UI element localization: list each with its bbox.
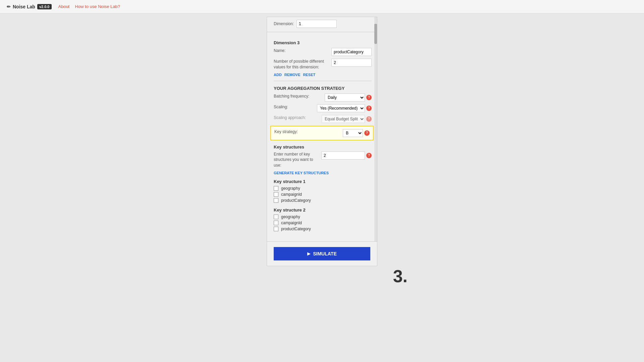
simulate-section: ▶ SIMULATE	[267, 241, 377, 266]
dimension-top-partial: Dimension:	[267, 17, 377, 32]
remove-link[interactable]: REMOVE	[284, 73, 301, 77]
scaling-label: Scaling:	[274, 104, 314, 110]
generate-key-structures-link[interactable]: GENERATE KEY STRUCTURES	[274, 171, 372, 175]
ks1-productcategory-row: productCategory	[274, 198, 372, 203]
step-number: 3.	[393, 266, 408, 286]
nav-links: About How to use Noise Lab?	[58, 4, 120, 9]
scaling-approach-row: Scaling approach: Equal Budget Split ?	[274, 115, 372, 123]
simulate-button[interactable]: ▶ SIMULATE	[274, 247, 370, 260]
ks2-geography-row: geography	[274, 215, 372, 219]
version-badge: v2.0.0	[37, 4, 52, 9]
scroll-panel[interactable]: Dimension: Dimension 3 Name:	[267, 17, 377, 241]
aggregation-title: YOUR AGGREGATION STRATEGY	[274, 86, 372, 91]
ks1-productcategory-checkbox[interactable]	[274, 198, 278, 203]
dim3-name-input-wrapper	[331, 48, 372, 56]
add-link[interactable]: ADD	[274, 73, 282, 77]
dim3-name-label: Name:	[274, 48, 329, 54]
ks1-campaignid-label: campaignId	[281, 192, 302, 197]
batching-label: Batching frequency:	[274, 94, 322, 99]
dim3-action-links: ADD REMOVE RESET	[274, 73, 372, 77]
page-wrapper: ✏ Noise Lab v2.0.0 About How to use Nois…	[0, 0, 644, 362]
ks1-geography-row: geography	[274, 186, 372, 191]
dimension3-title: Dimension 3	[274, 40, 372, 45]
dim3-count-input[interactable]	[331, 59, 372, 67]
ks2-productcategory-row: productCategory	[274, 227, 372, 231]
key-strategy-select[interactable]: A B C	[343, 129, 363, 137]
key-structures-section: Key structures Enter number of key struc…	[274, 144, 372, 231]
scaling-approach-select[interactable]: Equal Budget Split	[322, 115, 365, 123]
nav-logo: ✏ Noise Lab v2.0.0	[7, 4, 52, 9]
scaling-row: Scaling: Yes (Recommended) No ?	[274, 104, 372, 112]
ks1-campaignid-checkbox[interactable]	[274, 192, 278, 197]
key-structures-help-icon[interactable]: ?	[366, 153, 372, 158]
center-panel: Dimension: Dimension 3 Name:	[267, 17, 377, 266]
batching-select[interactable]: Daily Weekly Monthly	[325, 94, 365, 102]
dim3-count-row: Number of possible different values for …	[274, 59, 372, 70]
ks1-campaignid-row: campaignId	[274, 192, 372, 197]
key-strategy-highlight: Key strategy: A B C ?	[270, 126, 374, 140]
app-title: Noise Lab	[13, 4, 35, 9]
dim3-name-input[interactable]	[331, 48, 372, 56]
dim3-name-row: Name:	[274, 48, 372, 56]
key-strategy-help-icon[interactable]: ?	[364, 130, 370, 136]
form-content: Dimension 3 Name: Number of possible dif…	[267, 32, 377, 241]
batching-help-icon[interactable]: ?	[366, 95, 372, 100]
dim3-count-input-wrapper	[331, 59, 372, 67]
dim3-count-label: Number of possible different values for …	[274, 59, 329, 70]
key-structure-2-title: Key structure 2	[274, 207, 372, 213]
pencil-icon: ✏	[7, 4, 11, 9]
ks2-productcategory-checkbox[interactable]	[274, 227, 278, 231]
key-structure-1-title: Key structure 1	[274, 179, 372, 184]
dimension-top-label: Dimension:	[274, 21, 294, 26]
divider-1	[274, 81, 372, 81]
how-to-link[interactable]: How to use Noise Lab?	[75, 4, 120, 9]
key-strategy-row: Key strategy: A B C ?	[274, 129, 370, 137]
scaling-approach-input-wrapper: Equal Budget Split ?	[322, 115, 372, 123]
ks2-campaignid-label: campaignId	[281, 221, 302, 225]
scrollbar-thumb[interactable]	[374, 24, 377, 44]
scaling-help-icon[interactable]: ?	[366, 106, 372, 111]
panel-relative: Dimension: Dimension 3 Name:	[267, 13, 377, 266]
dimension-top-input[interactable]	[297, 20, 337, 28]
play-icon: ▶	[307, 251, 310, 256]
key-structures-title: Key structures	[274, 144, 372, 149]
about-link[interactable]: About	[58, 4, 70, 9]
scrollbar-track[interactable]	[374, 17, 377, 241]
key-strategy-input-wrapper: A B C ?	[343, 129, 370, 137]
simulate-label: SIMULATE	[313, 251, 337, 256]
ks2-campaignid-checkbox[interactable]	[274, 221, 278, 225]
ks2-geography-label: geography	[281, 215, 300, 219]
ks1-geography-checkbox[interactable]	[274, 186, 278, 191]
ks1-productcategory-label: productCategory	[281, 198, 311, 203]
top-nav: ✏ Noise Lab v2.0.0 About How to use Nois…	[0, 0, 644, 13]
batching-input-wrapper: Daily Weekly Monthly ?	[325, 94, 372, 102]
key-structures-count-label: Enter number of key structures you want …	[274, 152, 319, 168]
key-structures-count-wrapper: ?	[321, 152, 372, 160]
ks2-campaignid-row: campaignId	[274, 221, 372, 225]
main-content: Dimension: Dimension 3 Name:	[0, 13, 644, 266]
scaling-approach-help-icon[interactable]: ?	[366, 116, 372, 122]
ks2-productcategory-label: productCategory	[281, 227, 311, 231]
scaling-approach-label: Scaling approach:	[274, 115, 319, 121]
dimension-row-top: Dimension:	[274, 20, 370, 28]
reset-link[interactable]: RESET	[303, 73, 316, 77]
key-strategy-label: Key strategy:	[274, 129, 340, 135]
ks2-geography-checkbox[interactable]	[274, 215, 278, 219]
scaling-select[interactable]: Yes (Recommended) No	[317, 104, 365, 112]
batching-row: Batching frequency: Daily Weekly Monthly…	[274, 94, 372, 102]
key-structures-count-input[interactable]	[321, 152, 365, 160]
ks1-geography-label: geography	[281, 186, 300, 191]
key-structures-count-row: Enter number of key structures you want …	[274, 152, 372, 168]
scaling-input-wrapper: Yes (Recommended) No ?	[317, 104, 372, 112]
